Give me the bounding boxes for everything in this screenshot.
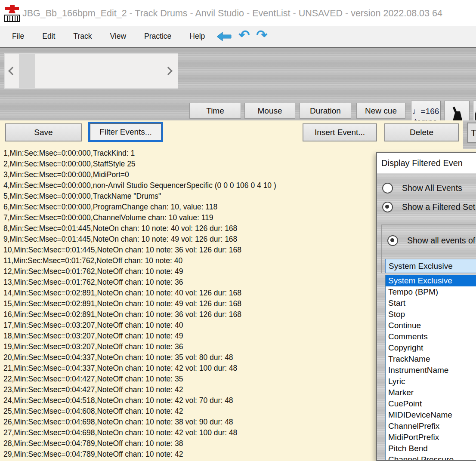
scroll-right-icon[interactable]: [164, 67, 173, 75]
radio-row-show-all-events[interactable]: Show All Events: [382, 183, 462, 194]
menu-item[interactable]: Help: [189, 32, 205, 41]
filter-type-option[interactable]: Channel Pressure: [386, 454, 476, 460]
filter-type-option[interactable]: Copyright: [386, 342, 476, 353]
filter-type-option[interactable]: Tempo (BPM): [386, 286, 476, 298]
radio-row-show-all-of-type[interactable]: Show all events of: [387, 235, 475, 246]
filter-type-option[interactable]: ChannelPrefix: [386, 421, 476, 432]
filter-type-option[interactable]: Continue: [386, 320, 476, 331]
toolbar: Rec Time Mouse Duration New cue 0:06:596…: [0, 48, 476, 120]
filter-type-option[interactable]: InstrumentName: [386, 365, 476, 376]
new-cue-button[interactable]: New cue: [356, 103, 405, 119]
radio-show-all-events[interactable]: [382, 183, 393, 194]
redo-icon[interactable]: ↷: [256, 28, 267, 42]
song-position-scrollbar[interactable]: [4, 53, 178, 89]
radio-show-filtered-set-label: Show a Filtered Set: [402, 202, 475, 212]
truncated-right-button[interactable]: T: [467, 123, 476, 143]
radio-row-show-filtered-set[interactable]: Show a Filtered Set: [382, 202, 475, 212]
tempo-value-row: ♩=166: [413, 106, 439, 117]
menu-items: FileEditTrackViewPracticeHelp: [0, 32, 205, 41]
radio-show-all-events-label: Show All Events: [402, 183, 462, 193]
filter-events-button[interactable]: Filter Events...: [88, 122, 163, 142]
filter-type-option[interactable]: Comments: [386, 331, 476, 342]
filter-type-option[interactable]: Marker: [386, 387, 476, 398]
filter-type-list: System ExclusiveTempo (BPM)StartStopCont…: [385, 275, 476, 460]
scrollbar-thumb[interactable]: [19, 54, 35, 88]
menu-item[interactable]: File: [12, 32, 24, 41]
radio-show-filtered-set[interactable]: [382, 202, 393, 212]
window-title: JBG_Bb_166bpm_Edit_2 - Track Drums - Anv…: [22, 0, 476, 26]
menu-item[interactable]: Track: [73, 32, 92, 41]
menu-item[interactable]: Practice: [144, 32, 171, 41]
filter-type-option[interactable]: System Exclusive: [386, 275, 476, 286]
filter-type-option[interactable]: CuePoint: [386, 398, 476, 409]
filter-type-option[interactable]: Pitch Bend: [386, 443, 476, 454]
event-type-combo[interactable]: System Exclusive: [385, 259, 476, 273]
delete-button[interactable]: Delete: [384, 123, 459, 141]
insert-event-button[interactable]: Insert Event...: [303, 123, 377, 141]
menu-icons: ↶ ↷: [216, 30, 267, 43]
filter-type-option[interactable]: MidiPortPrefix: [386, 432, 476, 443]
filter-type-option[interactable]: TrackName: [386, 353, 476, 365]
scroll-left-icon[interactable]: [8, 67, 17, 75]
mouse-button[interactable]: Mouse: [244, 103, 295, 119]
menu-item[interactable]: View: [110, 32, 126, 41]
anvil-studio-icon: [3, 4, 21, 23]
time-button[interactable]: Time: [189, 103, 241, 119]
menu-bar: FileEditTrackViewPracticeHelp ↶ ↷: [0, 26, 476, 48]
filter-dialog: Display Filtered Even Show All Events Sh…: [376, 152, 476, 461]
filter-type-option[interactable]: Start: [386, 298, 476, 309]
duration-button[interactable]: Duration: [300, 103, 351, 119]
quarter-note-icon: ♩: [413, 107, 421, 116]
back-arrow-icon[interactable]: [216, 32, 232, 41]
event-list-panel: Save Filter Events... Insert Event... De…: [0, 120, 476, 461]
filter-dialog-title[interactable]: Display Filtered Even: [377, 153, 476, 173]
radio-show-all-of-type[interactable]: [387, 235, 398, 246]
title-bar[interactable]: JBG_Bb_166bpm_Edit_2 - Track Drums - Anv…: [0, 0, 476, 26]
tempo-value: =166: [421, 107, 439, 116]
filter-dialog-body: Show All Events Show a Filtered Set Show…: [377, 173, 476, 460]
anvil-studio-window: JBG_Bb_166bpm_Edit_2 - Track Drums - Anv…: [0, 0, 476, 461]
save-button[interactable]: Save: [5, 123, 82, 141]
radio-show-all-of-type-label: Show all events of: [407, 236, 475, 246]
filter-type-option[interactable]: MIDIDeviceName: [386, 409, 476, 421]
filter-type-option[interactable]: Stop: [386, 309, 476, 320]
undo-icon[interactable]: ↶: [238, 28, 250, 42]
menu-item[interactable]: Edit: [42, 32, 55, 41]
filter-type-option[interactable]: Lyric: [386, 376, 476, 387]
